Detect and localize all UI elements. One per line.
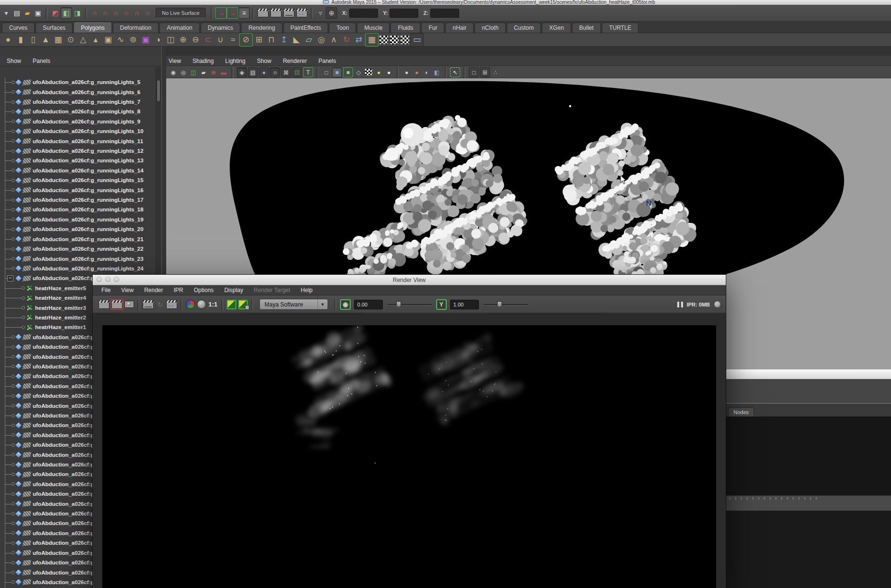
texture-view-icon[interactable]: T: [303, 67, 313, 77]
poly-combine-icon[interactable]: ⊕: [177, 34, 189, 46]
shaded-icon[interactable]: ▤: [248, 67, 258, 77]
shelf-tab[interactable]: nHair: [445, 23, 474, 33]
menu-item[interactable]: Show: [257, 58, 271, 64]
platonic-solid-icon[interactable]: ▣: [139, 34, 152, 46]
redo-previous-render-icon[interactable]: [111, 300, 122, 309]
snap-to-points-icon[interactable]: ∩: [110, 8, 121, 18]
rgb-channels-icon[interactable]: [186, 300, 195, 309]
ipr-render-icon[interactable]: [143, 300, 154, 309]
ipr-update-region-icon[interactable]: [166, 300, 177, 309]
menu-item[interactable]: Renderer: [283, 58, 307, 64]
snap-to-view-planes-icon[interactable]: ∩: [132, 8, 142, 18]
chevron-down-icon[interactable]: ▼: [317, 299, 328, 309]
outliner-row[interactable]: ufoAbduction_a026cf:g_runningLights_19: [0, 215, 161, 224]
render-flag-icon[interactable]: [390, 36, 399, 44]
render-view-titlebar[interactable]: Render View: [93, 275, 726, 285]
occlusion-icon[interactable]: ⊡: [292, 67, 302, 77]
select-object-icon[interactable]: ◧: [61, 7, 72, 19]
shelf-tab[interactable]: Rendering: [241, 23, 282, 33]
open-render-view-icon[interactable]: [257, 9, 269, 17]
outliner-row[interactable]: ufoAbduction_a026cf:g_runningLights_14: [0, 166, 161, 175]
use-lights-icon[interactable]: ○: [270, 67, 280, 77]
depth-of-field-icon[interactable]: ◐: [422, 68, 431, 77]
menu-item[interactable]: Panels: [33, 58, 50, 64]
alpha-channel-icon[interactable]: [197, 300, 206, 309]
outliner-row[interactable]: ufoAbduction_a026cf:g_runningLights_13: [0, 156, 161, 165]
menu-item[interactable]: File: [101, 287, 110, 294]
target-weld-icon[interactable]: ◎: [315, 34, 328, 46]
save-scene-icon[interactable]: ▣: [33, 8, 43, 18]
menu-item[interactable]: Help: [301, 287, 313, 294]
snapshot-icon[interactable]: [124, 301, 134, 308]
outliner-row[interactable]: ufoAbduction_a026cf:g_runningLights_11: [0, 136, 161, 146]
symmetrize-icon[interactable]: ⇄: [353, 34, 365, 46]
append-facet-icon[interactable]: ⊞: [253, 34, 265, 46]
nodes-tab[interactable]: Nodes: [728, 407, 754, 416]
shelf-tab[interactable]: Custom: [507, 23, 541, 33]
checkered-icon[interactable]: [365, 69, 372, 76]
shaded-sphere-icon[interactable]: ●: [402, 68, 411, 77]
image-plane-icon[interactable]: ▰: [199, 68, 208, 77]
gamma-slider[interactable]: [484, 300, 528, 309]
outliner-row[interactable]: ufoAbduction_a026cf:g_runningLights_16: [0, 185, 161, 195]
shelf-tab[interactable]: Muscle: [357, 23, 390, 33]
wireframe-icon[interactable]: ◈: [237, 67, 247, 77]
select-component-icon[interactable]: ◨: [72, 8, 83, 18]
uv-editor-icon[interactable]: ▦: [365, 33, 378, 47]
menu-item[interactable]: Render: [144, 287, 163, 294]
poly-plane-icon[interactable]: ▦: [52, 34, 64, 46]
textured-icon[interactable]: ●: [259, 67, 269, 77]
select-camera-icon[interactable]: ◉: [169, 68, 178, 77]
wire-on-shaded-icon[interactable]: ◇: [354, 68, 363, 77]
poly-cylinder-icon[interactable]: ▯: [27, 34, 39, 46]
poly-mirror-icon[interactable]: ◫: [164, 34, 177, 46]
background-window-scrollbar[interactable]: [726, 369, 891, 379]
outliner-row[interactable]: ufoAbduction_a026cf:g_runningLights_24: [0, 264, 161, 273]
poly-boolean-icon[interactable]: ∪: [214, 34, 227, 46]
isolate-select-icon[interactable]: □: [322, 68, 331, 77]
menu-item[interactable]: Show: [7, 58, 21, 64]
snap-to-projected-center-icon[interactable]: ∩: [121, 8, 132, 18]
render-settings-icon[interactable]: [296, 9, 307, 17]
make-live-icon[interactable]: ∩: [142, 8, 153, 18]
shelf-tab[interactable]: Bullet: [572, 23, 601, 33]
outliner-row[interactable]: ufoAbduction_a026cf:g_runningLights_7: [0, 97, 161, 107]
poly-bridge-icon[interactable]: ⊓: [265, 34, 278, 46]
gamma-input[interactable]: 1.00: [450, 300, 479, 309]
outliner-row[interactable]: ufoAbduction_a026cf:g_runningLights_22: [0, 244, 161, 254]
rendered-image[interactable]: [102, 325, 716, 588]
shelf-collapse-icon[interactable]: ▾: [1, 8, 12, 18]
shelf-tab[interactable]: Curves: [2, 23, 35, 33]
menu-item[interactable]: Options: [194, 287, 214, 294]
menu-item[interactable]: View: [121, 287, 134, 294]
open-scene-icon[interactable]: ▰: [22, 8, 33, 18]
shelf-tab[interactable]: Fur: [421, 23, 444, 33]
render-current-frame-icon[interactable]: [98, 300, 110, 309]
outliner-row[interactable]: ufoAbduction_a026cf:g_runningLights_17: [0, 195, 161, 205]
shelf-tab[interactable]: nCloth: [475, 23, 506, 33]
construction-history-icon[interactable]: ≡: [238, 7, 250, 19]
shelf-tab[interactable]: PaintEffects: [283, 23, 329, 33]
paint-select-icon[interactable]: ↖: [450, 67, 460, 77]
render-view-window[interactable]: Render View FileViewRenderIPROptionsDisp…: [93, 275, 726, 588]
outliner-row[interactable]: ufoAbduction_a026cf:g_runningLights_9: [0, 117, 161, 126]
outliner-row[interactable]: ufoAbduction_a026cf:g_runningLights_15: [0, 175, 161, 185]
menu-item[interactable]: Display: [224, 287, 243, 294]
select-hierarchy-icon[interactable]: ◩: [50, 8, 61, 18]
poly-cone-icon[interactable]: ▲: [39, 34, 52, 46]
poly-pyramid-icon[interactable]: ▴: [89, 34, 102, 46]
x-coordinate-input[interactable]: [349, 9, 378, 18]
live-surface-field[interactable]: No Live Surface: [156, 8, 206, 18]
camera-attributes-icon[interactable]: ◎: [179, 68, 188, 77]
menu-item[interactable]: Lighting: [225, 58, 245, 64]
gamma-slider-thumb[interactable]: [497, 301, 502, 307]
traffic-light-buttons[interactable]: [97, 277, 119, 282]
output-connections-icon[interactable]: →: [227, 7, 238, 19]
minimize-icon[interactable]: [105, 277, 110, 282]
xray-icon[interactable]: ■: [332, 67, 342, 77]
exposure-slider[interactable]: [388, 300, 432, 309]
shadows-icon[interactable]: ⊠: [281, 67, 291, 77]
input-connections-icon[interactable]: →: [215, 7, 227, 19]
shelf-tab[interactable]: Surfaces: [36, 23, 73, 33]
poly-sphere-icon[interactable]: ●: [2, 34, 14, 46]
